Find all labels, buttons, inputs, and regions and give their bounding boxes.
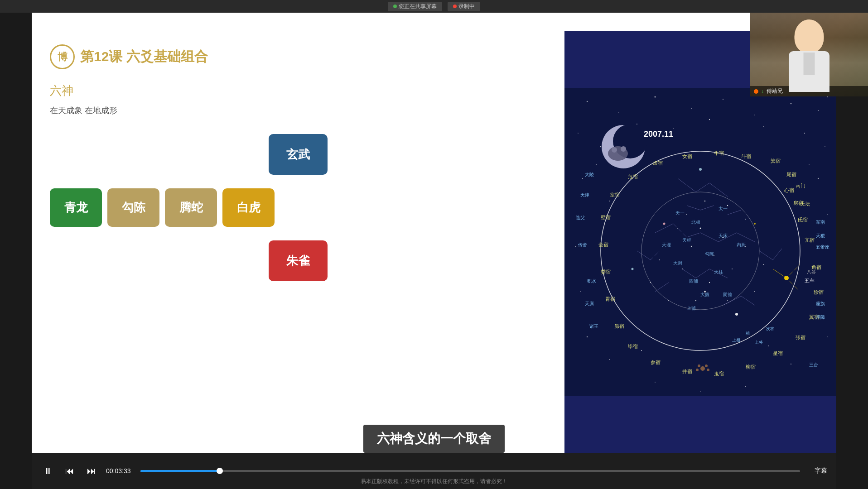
svg-text:传舍: 传舍 (578, 242, 587, 247)
svg-point-36 (641, 350, 642, 351)
svg-point-10 (578, 133, 579, 134)
svg-point-1 (587, 101, 588, 102)
svg-text:大陵: 大陵 (585, 172, 594, 177)
card-gouchen-label: 勾陈 (122, 200, 145, 216)
pause-button[interactable]: ⏸ (41, 464, 55, 478)
slide-left: 博 第12课 六爻基础组合 六神 在天成象 在地成形 玄武 青龙 勾陈 (32, 31, 564, 453)
svg-text:危宿: 危宿 (628, 174, 638, 179)
svg-point-28 (745, 386, 746, 387)
svg-point-156 (745, 219, 746, 220)
subtitle-toggle-button[interactable]: 字幕 (815, 467, 827, 475)
section-subtitle: 在天成象 在地成形 (50, 105, 546, 116)
svg-text:天理: 天理 (662, 242, 671, 247)
card-gouchen[interactable]: 勾陈 (107, 188, 159, 227)
card-qinglong[interactable]: 青龙 (50, 188, 102, 227)
logo-char: 博 (58, 50, 68, 64)
subtitle-text: 六神含义的一个取舍 (377, 431, 491, 446)
svg-point-155 (727, 205, 728, 206)
svg-text:相: 相 (746, 331, 750, 336)
card-xuanwu-label: 玄武 (286, 147, 310, 163)
svg-point-2 (618, 112, 619, 113)
next-icon: ⏭ (87, 466, 96, 476)
svg-point-37 (768, 345, 769, 346)
svg-text:勾陈: 勾陈 (705, 251, 714, 256)
prev-button[interactable]: ⏮ (63, 464, 77, 478)
svg-point-140 (698, 364, 700, 367)
svg-point-6 (754, 115, 755, 115)
pause-icon: ⏸ (43, 466, 53, 476)
svg-text:张宿: 张宿 (796, 335, 805, 340)
svg-text:内厨: 内厨 (737, 242, 746, 247)
svg-text:四辅: 四辅 (689, 278, 698, 283)
svg-text:天廪: 天廪 (585, 301, 594, 306)
svg-point-14 (825, 146, 825, 147)
svg-point-23 (587, 336, 588, 337)
copyright-text: 易本正版权教程，未经许可不得以任何形式盗用，请者必究！ (361, 478, 507, 485)
svg-point-151 (677, 228, 678, 229)
svg-text:奎宿: 奎宿 (598, 242, 608, 247)
svg-point-35 (809, 164, 810, 165)
svg-point-42 (632, 268, 634, 270)
svg-point-17 (818, 178, 819, 179)
card-tengshe-label: 腾蛇 (179, 200, 203, 216)
svg-point-43 (754, 223, 756, 225)
svg-text:八谷: 八谷 (807, 269, 816, 274)
card-qinglong-label: 青龙 (64, 200, 88, 216)
svg-text:昴宿: 昴宿 (614, 323, 624, 329)
svg-text:柳宿: 柳宿 (746, 364, 756, 369)
svg-text:胃宿: 胃宿 (605, 296, 615, 302)
svg-point-3 (655, 96, 656, 98)
svg-point-11 (600, 146, 601, 147)
logo-circle: 博 (50, 44, 75, 69)
camera-inner (750, 13, 868, 96)
svg-text:鬼宿: 鬼宿 (714, 371, 724, 376)
svg-point-5 (723, 99, 723, 100)
svg-point-31 (673, 128, 674, 129)
svg-point-147 (723, 237, 724, 238)
progress-thumb (217, 468, 223, 474)
svg-text:娄宿: 娄宿 (601, 269, 611, 274)
logo-area: 博 第12课 六爻基础组合 (50, 44, 546, 69)
svg-point-157 (659, 259, 660, 260)
recording-button[interactable]: 录制中 (448, 2, 480, 11)
sharing-button[interactable]: 您正在共享屏幕 (388, 2, 442, 11)
svg-text:五帝座: 五帝座 (816, 244, 829, 249)
svg-point-160 (727, 300, 728, 301)
svg-point-153 (704, 201, 706, 202)
svg-point-139 (700, 366, 705, 371)
svg-point-162 (650, 282, 651, 283)
svg-text:星宿: 星宿 (773, 350, 783, 356)
progress-bar[interactable] (140, 470, 800, 472)
camera-status-dot (754, 89, 758, 94)
svg-text:箕宿: 箕宿 (771, 158, 781, 163)
svg-text:斗宿: 斗宿 (741, 153, 751, 159)
svg-point-27 (655, 382, 656, 383)
svg-text:尾宿: 尾宿 (786, 172, 796, 177)
svg-point-8 (818, 110, 819, 111)
svg-text:心宿: 心宿 (784, 187, 794, 193)
cards-bottom: 朱雀 (50, 240, 546, 281)
svg-point-33 (763, 126, 764, 127)
svg-point-149 (709, 282, 710, 283)
sharing-label: 您正在共享屏幕 (399, 3, 437, 10)
progress-fill (140, 470, 220, 472)
svg-text:屏障: 屏障 (816, 315, 825, 320)
svg-text:座旗: 座旗 (816, 301, 825, 306)
card-tengshe[interactable]: 腾蛇 (165, 188, 217, 227)
card-baihu[interactable]: 白虎 (222, 188, 275, 227)
svg-text:阴德: 阴德 (723, 292, 732, 297)
section-title: 六神 (50, 83, 546, 99)
svg-text:天津: 天津 (580, 192, 589, 197)
card-zhuque[interactable]: 朱雀 (269, 240, 328, 281)
prev-icon: ⏮ (65, 466, 74, 476)
cards-middle: 青龙 勾陈 腾蛇 白虎 (50, 188, 546, 227)
svg-text:轸宿: 轸宿 (814, 289, 824, 295)
sharing-dot (393, 5, 397, 8)
svg-text:造父: 造父 (576, 215, 585, 220)
svg-point-16 (609, 201, 610, 201)
svg-point-19 (575, 246, 576, 247)
next-button[interactable]: ⏭ (84, 464, 99, 478)
card-xuanwu[interactable]: 玄武 (269, 134, 328, 175)
recording-dot (453, 5, 457, 8)
svg-point-40 (663, 223, 665, 225)
